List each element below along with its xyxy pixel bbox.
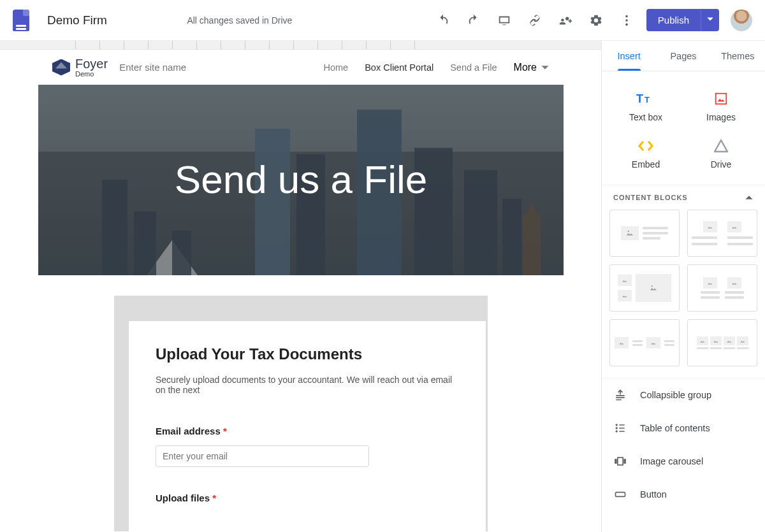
horizontal-ruler xyxy=(0,41,601,50)
component-button[interactable]: Button xyxy=(602,478,765,511)
collapsible-icon xyxy=(613,389,627,401)
drive-icon xyxy=(713,138,729,154)
block-layout-3[interactable] xyxy=(609,264,680,312)
svg-point-6 xyxy=(628,231,629,232)
component-carousel[interactable]: Image carousel xyxy=(602,445,765,478)
toc-icon xyxy=(613,422,627,435)
sites-logo-icon[interactable] xyxy=(13,10,29,31)
redo-icon[interactable] xyxy=(467,13,481,27)
site-page[interactable]: Foyer Demo Home Box Client Portal Send a… xyxy=(38,50,564,531)
images-icon xyxy=(714,90,728,107)
embedded-form[interactable]: Upload Your Tax Documents Securely uploa… xyxy=(129,321,486,531)
hero-banner[interactable]: Send us a File xyxy=(38,85,564,275)
insert-drive[interactable]: Drive xyxy=(683,130,759,177)
insert-textbox[interactable]: TT Text box xyxy=(608,83,683,130)
content-blocks-grid xyxy=(602,210,765,378)
svg-rect-13 xyxy=(624,459,626,464)
insert-grid: TT Text box Images Embed Drive xyxy=(602,71,765,185)
chevron-up-icon xyxy=(745,193,754,202)
content-blocks-label: CONTENT BLOCKS xyxy=(613,194,688,201)
svg-rect-5 xyxy=(716,94,727,104)
publish-button[interactable]: Publish xyxy=(646,9,701,31)
tab-pages[interactable]: Pages xyxy=(656,41,710,71)
svg-point-0 xyxy=(625,15,628,17)
nav-more[interactable]: More xyxy=(514,62,550,73)
form-description: Securely upload documents to your accoun… xyxy=(156,375,459,395)
content-blocks-header[interactable]: CONTENT BLOCKS xyxy=(602,185,765,210)
panel-tabs: Insert Pages Themes xyxy=(602,41,765,71)
site-name-input[interactable] xyxy=(119,62,215,73)
form-area: Upload Your Tax Documents Securely uploa… xyxy=(38,275,564,531)
site-nav: Home Box Client Portal Send a File More xyxy=(324,62,550,73)
upload-label: Upload files * xyxy=(156,492,459,503)
share-icon[interactable] xyxy=(558,13,572,27)
nav-home[interactable]: Home xyxy=(324,62,349,73)
svg-point-9 xyxy=(616,428,618,429)
block-layout-4[interactable] xyxy=(687,264,757,312)
component-carousel-label: Image carousel xyxy=(640,456,703,466)
site-logo[interactable]: Foyer Demo xyxy=(52,57,108,78)
hero-title[interactable]: Send us a File xyxy=(175,154,427,206)
svg-text:T: T xyxy=(636,92,643,105)
textbox-icon: TT xyxy=(636,90,655,107)
save-status: All changes saved in Drive xyxy=(43,15,436,25)
component-collapsible[interactable]: Collapsible group xyxy=(602,378,765,412)
insert-embed-label: Embed xyxy=(632,159,660,169)
svg-rect-12 xyxy=(615,459,617,464)
insert-images-label: Images xyxy=(706,112,736,122)
component-collapsible-label: Collapsible group xyxy=(640,390,711,400)
site-header: Foyer Demo Home Box Client Portal Send a… xyxy=(38,50,564,85)
nav-more-label: More xyxy=(514,62,537,73)
svg-rect-11 xyxy=(618,457,623,465)
workspace: Foyer Demo Home Box Client Portal Send a… xyxy=(0,41,765,532)
svg-rect-14 xyxy=(616,492,625,497)
preview-icon[interactable] xyxy=(497,13,511,27)
insert-embed[interactable]: Embed xyxy=(608,130,683,177)
block-layout-5[interactable] xyxy=(609,319,680,366)
insert-drive-label: Drive xyxy=(711,159,732,169)
block-layout-2[interactable] xyxy=(687,210,757,257)
svg-point-7 xyxy=(652,285,653,287)
site-logo-text: Foyer xyxy=(75,57,108,71)
svg-point-1 xyxy=(625,19,628,22)
component-button-label: Button xyxy=(640,489,667,500)
site-logo-icon xyxy=(52,59,70,76)
svg-text:T: T xyxy=(645,95,650,104)
form-title: Upload Your Tax Documents xyxy=(156,345,459,363)
chevron-down-icon xyxy=(541,63,550,72)
block-layout-1[interactable] xyxy=(609,210,680,257)
more-icon[interactable] xyxy=(620,13,634,27)
svg-point-2 xyxy=(625,23,628,25)
account-avatar[interactable] xyxy=(731,10,752,31)
insert-textbox-label: Text box xyxy=(629,112,662,122)
embed-icon xyxy=(638,138,654,154)
carousel-icon xyxy=(613,455,627,468)
component-toc-label: Table of contents xyxy=(640,423,710,433)
publish-group: Publish xyxy=(646,9,719,31)
right-panel: Insert Pages Themes TT Text box Images E… xyxy=(601,41,765,532)
app-topbar: Demo Firm All changes saved in Drive Pub… xyxy=(0,0,765,41)
undo-icon[interactable] xyxy=(436,13,450,27)
insert-images[interactable]: Images xyxy=(683,83,759,130)
svg-point-10 xyxy=(616,431,618,433)
settings-icon[interactable] xyxy=(589,13,603,27)
tab-insert[interactable]: Insert xyxy=(602,41,656,71)
button-icon xyxy=(613,488,627,501)
email-label: Email address * xyxy=(156,426,459,436)
email-field[interactable] xyxy=(156,445,369,467)
publish-dropdown[interactable] xyxy=(701,9,719,31)
topbar-actions xyxy=(436,13,634,27)
svg-point-8 xyxy=(616,424,618,426)
link-icon[interactable] xyxy=(528,13,542,27)
tab-themes[interactable]: Themes xyxy=(711,41,765,71)
nav-portal[interactable]: Box Client Portal xyxy=(365,62,433,73)
nav-send-file[interactable]: Send a File xyxy=(450,62,497,73)
block-layout-6[interactable] xyxy=(687,319,757,366)
canvas-area: Foyer Demo Home Box Client Portal Send a… xyxy=(0,41,601,532)
component-toc[interactable]: Table of contents xyxy=(602,412,765,445)
component-list: Collapsible group Table of contents Imag… xyxy=(602,378,765,511)
